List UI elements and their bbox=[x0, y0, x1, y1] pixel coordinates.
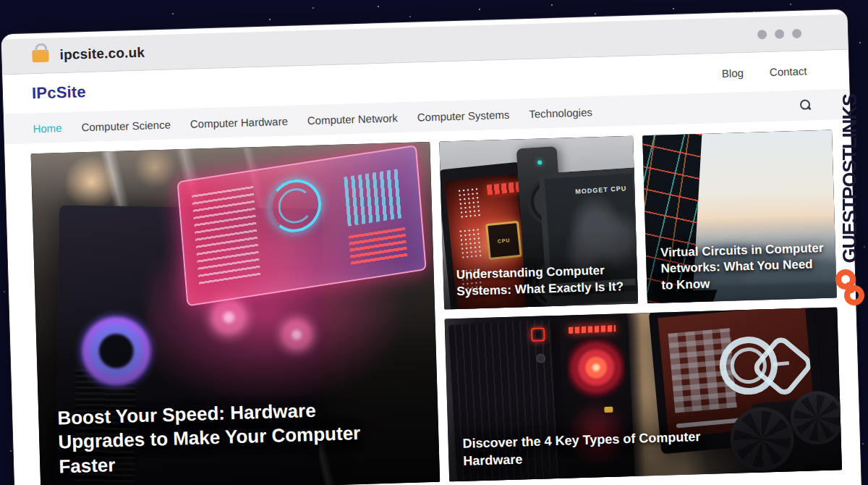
watermark-text: GUESTPOSTLINKS bbox=[839, 94, 861, 263]
browser-window: ipcsite.co.uk IPcSite Blog Contact Home … bbox=[1, 9, 863, 485]
nav-item-home[interactable]: Home bbox=[33, 122, 62, 135]
nav-item-computer-network[interactable]: Computer Network bbox=[307, 111, 398, 127]
guestpostlinks-watermark: GUESTPOSTLINKS bbox=[829, 94, 868, 308]
search-icon[interactable] bbox=[799, 98, 813, 112]
nav-item-computer-hardware[interactable]: Computer Hardware bbox=[190, 114, 289, 130]
nav-item-technologies[interactable]: Technologies bbox=[529, 106, 592, 120]
article-card-boost-speed[interactable]: Boost Your Speed: Hardware Upgrades to M… bbox=[31, 142, 441, 485]
header-spacer bbox=[86, 73, 722, 92]
article-card-hardware-types[interactable]: Discover the 4 Key Types of Computer Har… bbox=[445, 307, 842, 481]
main-content: Boost Your Speed: Hardware Upgrades to M… bbox=[4, 119, 861, 485]
article-grid: Boost Your Speed: Hardware Upgrades to M… bbox=[31, 130, 842, 485]
window-control-dot[interactable] bbox=[775, 29, 784, 38]
chain-link-icon bbox=[833, 268, 867, 308]
header-links: Blog Contact bbox=[722, 64, 807, 79]
window-control-dot[interactable] bbox=[792, 28, 801, 38]
lock-icon bbox=[32, 49, 48, 62]
article-card-virtual-circuits[interactable]: Virtual Circuits in Computer Networks: W… bbox=[642, 130, 837, 304]
nav-item-computer-science[interactable]: Computer Science bbox=[81, 118, 171, 133]
article-card-computer-systems[interactable]: CPU MODGET CPU Underst bbox=[439, 136, 638, 310]
right-column: CPU MODGET CPU Underst bbox=[439, 130, 842, 482]
link-blog[interactable]: Blog bbox=[722, 67, 744, 80]
nav-item-computer-systems[interactable]: Computer Systems bbox=[417, 108, 510, 123]
article-title[interactable]: Understanding Computer Systems: What Exa… bbox=[456, 262, 630, 300]
site-logo[interactable]: IPcSite bbox=[32, 83, 87, 103]
article-title[interactable]: Virtual Circuits in Computer Networks: W… bbox=[660, 240, 827, 294]
chrome-spacer bbox=[145, 34, 757, 52]
article-title[interactable]: Boost Your Speed: Hardware Upgrades to M… bbox=[57, 396, 405, 478]
address-bar-url[interactable]: ipcsite.co.uk bbox=[59, 45, 145, 63]
link-contact[interactable]: Contact bbox=[770, 64, 807, 78]
top-row: CPU MODGET CPU Underst bbox=[439, 130, 837, 310]
window-control-dot[interactable] bbox=[757, 30, 767, 39]
window-controls bbox=[757, 28, 801, 39]
